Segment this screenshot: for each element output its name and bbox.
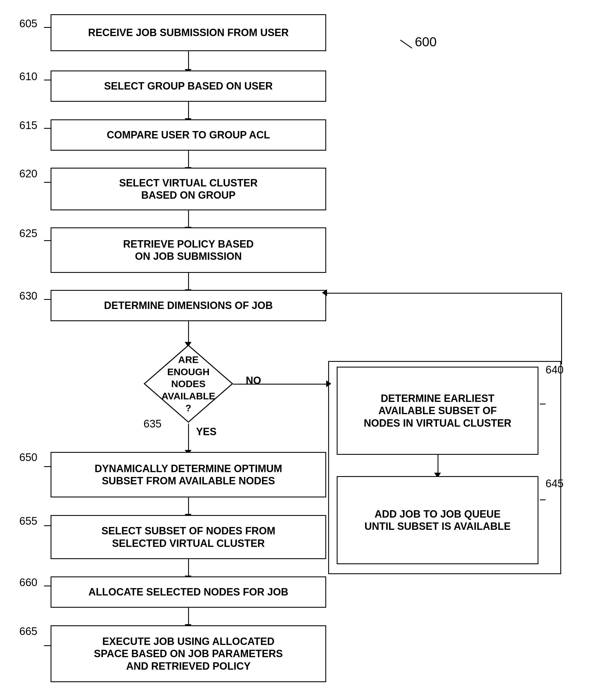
- box-630: DETERMINE DIMENSIONS OF JOB: [50, 290, 326, 321]
- arrow-605-610: [188, 51, 189, 71]
- ref-650: 650: [19, 451, 37, 464]
- ref-660: 660: [19, 577, 37, 589]
- box-640: DETERMINE EARLIEST AVAILABLE SUBSET OF N…: [337, 367, 538, 455]
- ref-625: 625: [19, 228, 37, 240]
- arrow-loop-h: [326, 293, 562, 294]
- ref-615: 615: [19, 120, 37, 132]
- box-665: EXECUTE JOB USING ALLOCATED SPACE BASED …: [50, 625, 326, 682]
- diamond-635: ARE ENOUGH NODES AVAILABLE ?: [143, 344, 234, 424]
- arrow-625-630: [188, 273, 189, 292]
- diagram-label: 600: [415, 34, 437, 49]
- tick-650: [44, 466, 51, 467]
- ref-605: 605: [19, 18, 37, 30]
- ref-640: 640: [546, 364, 564, 376]
- box-625: RETRIEVE POLICY BASED ON JOB SUBMISSION: [50, 228, 326, 273]
- box-655: SELECT SUBSET OF NODES FROM SELECTED VIR…: [50, 515, 326, 559]
- arrow-610-615: [188, 102, 189, 120]
- ref-645: 645: [546, 477, 564, 490]
- arrowhead-loop-left: [322, 289, 327, 296]
- arrow-655-660: [188, 559, 189, 578]
- tick-610: [44, 80, 51, 81]
- arrow-620-625: [188, 210, 189, 229]
- diamond-text-635: ARE ENOUGH NODES AVAILABLE ?: [161, 353, 215, 414]
- tick-665: [44, 645, 51, 646]
- ref-665: 665: [19, 625, 37, 638]
- tick-605: [44, 27, 51, 28]
- tick-625: [44, 240, 51, 241]
- diagram-label-arrow: [400, 40, 412, 49]
- arrow-650-655: [188, 497, 189, 516]
- arrow-loop-v: [561, 293, 562, 364]
- tick-660: [44, 585, 51, 586]
- tick-655: [44, 525, 51, 526]
- flowchart-diagram: 600 605 RECEIVE JOB SUBMISSION FROM USER…: [0, 0, 616, 689]
- ref-635: 635: [144, 418, 161, 430]
- box-660: ALLOCATE SELECTED NODES FOR JOB: [50, 577, 326, 608]
- tick-615: [44, 128, 51, 129]
- box-615: COMPARE USER TO GROUP ACL: [50, 120, 326, 151]
- arrow-640-645: [438, 455, 438, 475]
- arrow-660-665: [188, 608, 189, 626]
- yes-label: YES: [196, 426, 217, 438]
- ref-630: 630: [19, 290, 37, 302]
- arrow-615-620: [188, 151, 189, 169]
- ref-655: 655: [19, 515, 37, 527]
- ref-610: 610: [19, 70, 37, 83]
- ref-620: 620: [19, 168, 37, 180]
- box-645: ADD JOB TO JOB QUEUE UNTIL SUBSET IS AVA…: [337, 476, 538, 564]
- tick-620: [44, 182, 51, 183]
- box-610: SELECT GROUP BASED ON USER: [50, 70, 326, 102]
- tick-630: [44, 299, 51, 300]
- arrow-yes-650: [188, 424, 189, 452]
- arrow-630-diamond: [188, 321, 189, 344]
- box-650: DYNAMICALLY DETERMINE OPTIMUM SUBSET FRO…: [50, 452, 326, 497]
- box-620: SELECT VIRTUAL CLUSTER BASED ON GROUP: [50, 168, 326, 210]
- tick-645: [540, 499, 546, 500]
- no-label: NO: [246, 374, 261, 387]
- arrow-no-h: [233, 384, 330, 385]
- box-605: RECEIVE JOB SUBMISSION FROM USER: [50, 14, 326, 51]
- tick-640: [540, 404, 546, 405]
